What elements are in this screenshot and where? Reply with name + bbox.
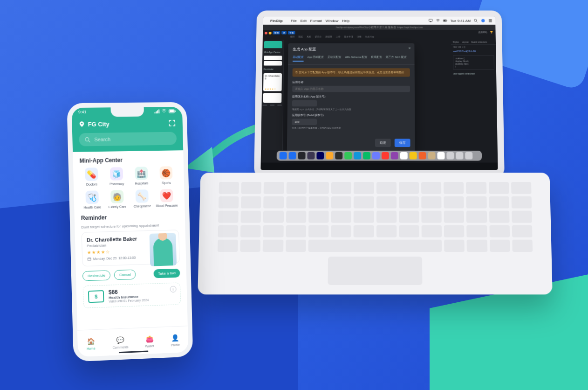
ide-toolbar[interactable]: 编译预览真机切后台清缓存上传版本管理详情生成 App	[290, 35, 491, 38]
close-icon[interactable]	[265, 32, 267, 35]
devtools-tab[interactable]: Styles	[453, 41, 459, 43]
dock-app-icon[interactable]	[410, 152, 417, 160]
devtools-style-rules[interactable]: .sidebar { display: block; padding: 8px;…	[453, 56, 494, 70]
modal-tab[interactable]: 权限配置	[371, 56, 383, 62]
mini-app-item[interactable]: 🧓Elderly Care	[105, 190, 129, 209]
minimize-icon[interactable]	[269, 32, 272, 35]
devtools-tab[interactable]: Event Listeners	[472, 41, 487, 43]
modal-tab[interactable]: 第三方 SDK 配置	[386, 56, 407, 62]
modal-save-button[interactable]: 保存	[395, 139, 410, 147]
dock-app-icon[interactable]	[316, 152, 324, 160]
dock-app-icon[interactable]	[307, 152, 315, 160]
mac-dock[interactable]	[277, 151, 482, 161]
nav-item-comments[interactable]: 💬Comments	[112, 335, 128, 349]
ide-toolbar-button[interactable]: 真机	[307, 35, 311, 38]
menubar-item[interactable]: Window	[326, 19, 339, 23]
mini-app-item[interactable]: ❤️Blood Pressure	[155, 189, 178, 208]
modal-tab[interactable]: App 图标配置	[307, 56, 324, 62]
modal-tab[interactable]: URL Scheme 配置	[345, 56, 367, 62]
ide-toolbar-button[interactable]: 编译	[290, 35, 295, 38]
input-build[interactable]: 100	[292, 119, 317, 125]
appointment-date: Monday, Dec 23	[93, 257, 116, 261]
dock-app-icon[interactable]	[446, 152, 454, 160]
take-taxi-button[interactable]: Take a taxi	[153, 269, 180, 279]
modal-close-button[interactable]: ×	[408, 46, 410, 50]
wifi-icon[interactable]	[436, 19, 440, 23]
search-input[interactable]: Search	[79, 132, 177, 146]
nav-label: Comments	[113, 345, 129, 349]
nav-item-wallet[interactable]: 👛Wallet	[145, 334, 154, 348]
dock-app-icon[interactable]	[354, 152, 361, 160]
nav-item-profile[interactable]: 👤Profile	[171, 333, 180, 347]
ide-toolbar-button[interactable]: 版本管理	[344, 35, 353, 38]
dock-app-icon[interactable]	[382, 152, 389, 160]
search-icon	[84, 137, 90, 143]
modal-tab[interactable]: 基础配置	[293, 56, 304, 62]
dock-app-icon[interactable]	[344, 152, 352, 160]
dock-app-icon[interactable]	[280, 152, 287, 160]
ide-toolbar-button[interactable]: 详情	[357, 35, 362, 38]
devtools-tabs[interactable]: StylesLayoutEvent Listeners	[451, 40, 496, 44]
control-center-icon[interactable]	[488, 19, 492, 23]
spotlight-icon[interactable]	[473, 19, 478, 23]
mini-app-item[interactable]: 🏀Sports	[155, 166, 178, 185]
dock-app-icon[interactable]	[363, 152, 370, 160]
airplay-icon[interactable]	[428, 19, 433, 23]
trophy-icon[interactable]: 🏆	[490, 31, 493, 34]
mac-menubar[interactable]: FinClip FileEditFormatWindowHelp Tue 9:4…	[263, 17, 495, 25]
ide-mode-tab[interactable]: 平板	[288, 31, 295, 35]
devtools-toolbar[interactable]: :hov .cls + []	[451, 45, 496, 49]
ide-toolbar-button[interactable]: 生成 App	[365, 35, 374, 38]
mini-app-item[interactable]: 🏥Hospitals	[130, 167, 153, 185]
ide-toolbar-button[interactable]: 清缓存	[325, 35, 332, 38]
mini-app-item[interactable]: 🦴Chiropractic	[130, 189, 154, 208]
preview-reminder-label: Reminder	[262, 66, 283, 72]
dock-app-icon[interactable]	[428, 152, 436, 160]
dock-app-icon[interactable]	[289, 152, 296, 160]
menubar-clock[interactable]: Tue 9:41 AM	[450, 19, 471, 23]
nav-item-home[interactable]: 🏠Home	[86, 336, 96, 350]
menubar-item[interactable]: Format	[310, 19, 322, 23]
modal-tab[interactable]: 启动页配置	[328, 56, 342, 62]
modal-tabs[interactable]: 基础配置App 图标配置启动页配置URL Scheme 配置权限配置第三方 SD…	[288, 56, 415, 65]
info-icon[interactable]: i	[170, 286, 177, 292]
dock-app-icon[interactable]	[437, 152, 444, 160]
input-appname[interactable]: 请输入 App 的显示名称	[292, 86, 410, 92]
menubar-item[interactable]: Help	[342, 19, 349, 23]
dock-app-icon[interactable]	[465, 152, 472, 160]
mini-app-item[interactable]: 💊Doctors	[80, 167, 103, 186]
dock-app-icon[interactable]	[326, 152, 333, 160]
modal-cancel-button[interactable]: 取消	[375, 139, 391, 147]
battery-icon[interactable]	[443, 19, 448, 23]
ide-mode-tab[interactable]: 普通	[273, 31, 280, 35]
cancel-button[interactable]: Cancel	[114, 270, 136, 280]
dock-app-icon[interactable]	[372, 152, 380, 160]
ide-mode-tabs[interactable]: 普通os平板	[273, 31, 295, 35]
ide-toolbar-button[interactable]: 上传	[336, 35, 341, 38]
dock-app-icon[interactable]	[298, 152, 306, 160]
dock-app-icon[interactable]	[456, 152, 463, 160]
reschedule-button[interactable]: Reshedule	[82, 270, 111, 281]
menubar-app-name[interactable]: FinClip	[270, 19, 283, 23]
dock-app-icon[interactable]	[391, 152, 398, 160]
mini-app-item[interactable]: 🧊Pharmacy	[105, 167, 129, 186]
dock-app-icon[interactable]	[400, 152, 408, 160]
scan-icon[interactable]	[168, 119, 176, 127]
siri-icon[interactable]	[481, 19, 485, 23]
laptop-screen: FinClip FileEditFormatWindowHelp Tue 9:4…	[254, 11, 505, 179]
devtools-tab[interactable]: Layout	[462, 41, 469, 43]
dock-app-icon[interactable]	[335, 152, 342, 160]
ide-top-controls[interactable]: 使用帮助 🏆	[478, 31, 492, 34]
menubar-item[interactable]: Edit	[301, 19, 307, 23]
location-label[interactable]: FG City	[88, 120, 109, 128]
menubar-item[interactable]: File	[291, 19, 297, 23]
dock-app-icon[interactable]	[419, 152, 426, 160]
mini-app-item[interactable]: 🩺Health Care	[80, 190, 104, 209]
help-link[interactable]: 使用帮助	[478, 31, 487, 34]
ide-toolbar-button[interactable]: 切后台	[315, 35, 322, 38]
ide-toolbar-button[interactable]: 预览	[298, 35, 303, 38]
input-version-name[interactable]	[292, 100, 317, 107]
insurance-card[interactable]: $ $66 Health Insurance Valid until 01 Fe…	[83, 282, 181, 308]
ide-mode-tab[interactable]: os	[281, 31, 287, 35]
doctor-card[interactable]: Dr. Charollette Baker Pediatrician ★★★★☆…	[82, 230, 180, 266]
